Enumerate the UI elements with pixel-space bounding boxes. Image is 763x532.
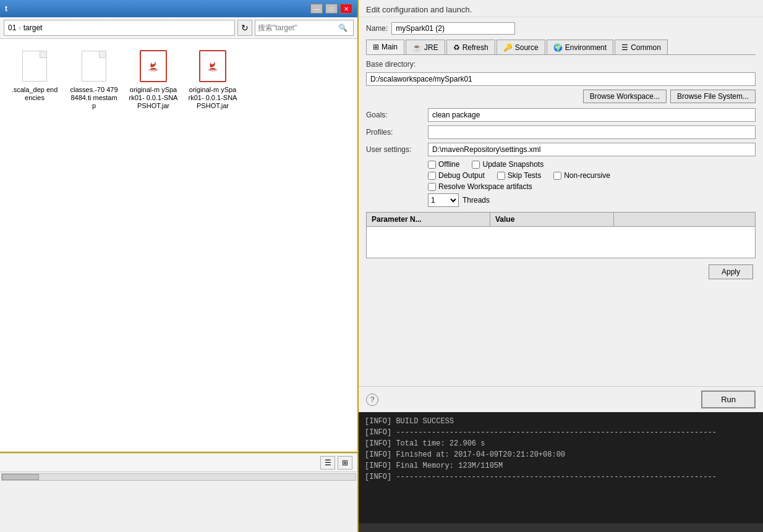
view-controls: ☰ ⊞ xyxy=(0,453,357,471)
threads-select[interactable]: 1 2 4 xyxy=(428,193,459,207)
restore-button[interactable]: □ xyxy=(325,4,338,14)
name-input[interactable] xyxy=(391,22,515,35)
bottom-buttons: ? Run xyxy=(359,386,763,412)
console-line-3: [INFO] Total time: 22.906 s xyxy=(365,438,757,449)
tab-source-label: Source xyxy=(515,43,539,52)
java-icon-shape xyxy=(199,50,226,82)
tab-environment-label: Environment xyxy=(565,43,607,52)
user-settings-input[interactable] xyxy=(428,143,756,156)
minimize-button[interactable]: — xyxy=(310,4,323,14)
tab-refresh-icon: ♻ xyxy=(453,43,460,52)
breadcrumb-current: target xyxy=(23,23,43,32)
profiles-row: Profiles: xyxy=(366,125,756,139)
offline-label: Offline xyxy=(438,160,459,169)
tab-main-label: Main xyxy=(382,43,398,51)
update-snapshots-checkbox[interactable] xyxy=(472,161,480,169)
tab-common[interactable]: ☰ Common xyxy=(615,40,668,54)
file-icon-shape xyxy=(82,51,106,82)
param-extra-header xyxy=(614,213,755,226)
run-button[interactable]: Run xyxy=(701,391,756,408)
window-title: t xyxy=(5,4,7,13)
non-recursive-checkbox[interactable] xyxy=(553,172,561,180)
tab-jre[interactable]: ☕ JRE xyxy=(406,40,445,54)
file-icon-plain xyxy=(79,49,109,83)
console-line-6: [INFO] ---------------------------------… xyxy=(365,471,757,483)
file-name: classes.-70 4798484.ti mestamp xyxy=(69,86,119,111)
help-button[interactable]: ? xyxy=(366,394,378,406)
horizontal-scrollbar[interactable] xyxy=(0,471,357,481)
grid-view-button[interactable]: ⊞ xyxy=(338,456,352,470)
search-icon: 🔍 xyxy=(338,23,347,32)
breadcrumb[interactable]: 01 › target xyxy=(4,20,235,36)
close-button[interactable]: ✕ xyxy=(340,4,352,14)
file-explorer-panel: t — □ ✕ 01 › target ↻ 🔍 xyxy=(0,0,359,532)
tab-jre-label: JRE xyxy=(424,43,438,52)
skip-tests-checkbox[interactable] xyxy=(497,172,505,180)
list-item[interactable]: classes.-70 4798484.ti mestamp xyxy=(69,49,119,111)
tab-refresh-label: Refresh xyxy=(462,43,488,52)
console-line-5: [INFO] Final Memory: 123M/1105M xyxy=(365,460,757,471)
list-item[interactable]: .scala_dep endencies xyxy=(10,49,59,111)
browse-filesystem-button[interactable]: Browse File System... xyxy=(670,90,756,103)
tab-jre-icon: ☕ xyxy=(412,43,422,52)
tab-source[interactable]: 🔑 Source xyxy=(497,40,545,54)
list-item[interactable]: original-m ySpark01- 0.0.1-SNA PSHOT.jar xyxy=(129,49,178,111)
browse-buttons-row: Browse Workspace... Browse File System..… xyxy=(366,90,756,103)
apply-row: Apply xyxy=(366,264,756,279)
left-bottom-panel: ☰ ⊞ xyxy=(0,452,357,532)
checkbox-row-1: Offline Update Snapshots xyxy=(366,160,756,169)
scroll-thumb[interactable] xyxy=(2,474,39,480)
file-name: original-m ySpark01- 0.0.1-SNA PSHOT.jar xyxy=(129,86,178,111)
name-label: Name: xyxy=(366,24,388,33)
breadcrumb-root: 01 xyxy=(8,23,16,32)
param-table-body xyxy=(367,227,755,258)
checkbox-row-3: Resolve Workspace artifacts xyxy=(366,182,756,191)
goals-label: Goals: xyxy=(366,111,428,119)
console-scrollbar[interactable] xyxy=(359,523,763,532)
parameter-table: Parameter N... Value xyxy=(366,212,756,258)
goals-input[interactable] xyxy=(428,108,756,122)
base-dir-input[interactable] xyxy=(366,72,756,86)
search-bar: 🔍 xyxy=(255,20,354,36)
base-dir-input-row xyxy=(366,72,756,86)
offline-checkbox[interactable] xyxy=(428,161,436,169)
list-item[interactable]: original-m ySpark01- 0.0.1-SNA PSHOT.jar xyxy=(188,49,237,111)
scroll-track xyxy=(1,473,356,481)
tab-main[interactable]: ⊞ Main xyxy=(366,40,404,54)
java-file-icon xyxy=(198,49,228,83)
update-snapshots-label: Update Snapshots xyxy=(482,160,543,169)
tab-refresh[interactable]: ♻ Refresh xyxy=(446,40,495,54)
apply-button[interactable]: Apply xyxy=(709,264,753,279)
console-line-4: [INFO] Finished at: 2017-04-09T20:21:20+… xyxy=(365,449,757,460)
console-line-1: [INFO] BUILD SUCCESS xyxy=(365,416,757,427)
ide-config-panel: Edit configuration and launch. Name: ⊞ M… xyxy=(359,0,763,532)
profiles-label: Profiles: xyxy=(366,128,428,137)
offline-checkbox-item: Offline xyxy=(428,160,459,169)
profiles-input[interactable] xyxy=(428,125,756,139)
base-dir-label: Base directory: xyxy=(366,60,428,69)
java-file-icon xyxy=(139,49,168,83)
non-recursive-label: Non-recursive xyxy=(564,171,610,180)
checkbox-row-2: Debug Output Skip Tests Non-recursive xyxy=(366,171,756,180)
list-view-button[interactable]: ☰ xyxy=(320,456,335,470)
java-icon-shape xyxy=(140,50,167,82)
browse-workspace-button[interactable]: Browse Workspace... xyxy=(583,90,667,103)
search-input[interactable] xyxy=(258,23,338,32)
goals-row: Goals: xyxy=(366,108,756,122)
tab-environment[interactable]: 🌍 Environment xyxy=(547,40,613,54)
console-line-2: [INFO] ---------------------------------… xyxy=(365,427,757,438)
title-bar: t — □ ✕ xyxy=(0,0,357,17)
window-controls: — □ ✕ xyxy=(310,4,352,14)
header-text: Edit configuration and launch. xyxy=(366,5,472,14)
file-explorer-top: t — □ ✕ 01 › target ↻ 🔍 xyxy=(0,0,357,452)
resolve-workspace-checkbox[interactable] xyxy=(428,183,436,191)
refresh-button[interactable]: ↻ xyxy=(237,20,252,36)
tab-environment-icon: 🌍 xyxy=(553,43,563,52)
file-icon-shape xyxy=(22,51,47,82)
config-panel: Name: ⊞ Main ☕ JRE ♻ Refresh 🔑 Source 🌍 xyxy=(359,17,763,386)
navigation-bar: 01 › target ↻ 🔍 xyxy=(0,17,357,39)
param-table-header: Parameter N... Value xyxy=(367,213,755,227)
non-recursive-checkbox-item: Non-recursive xyxy=(553,171,610,180)
debug-output-label: Debug Output xyxy=(438,171,485,180)
debug-output-checkbox[interactable] xyxy=(428,172,436,180)
